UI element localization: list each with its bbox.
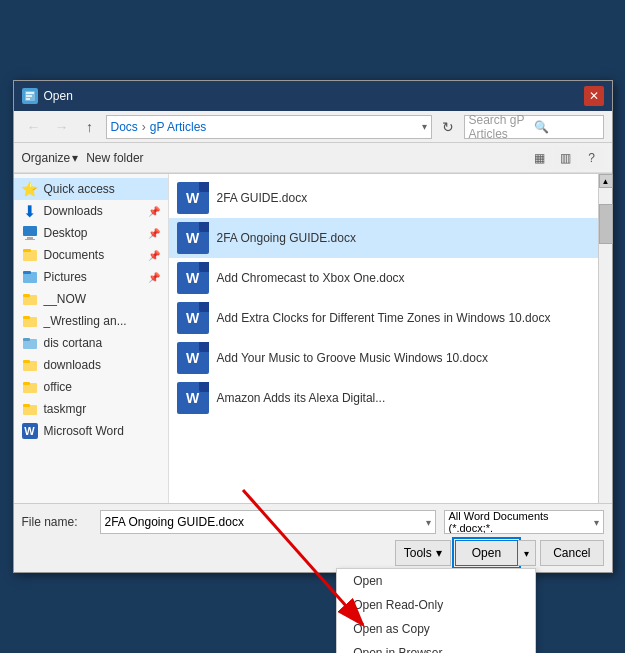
file-item[interactable]: W Add Chromecast to Xbox One.docx (169, 258, 598, 298)
sidebar-item-office[interactable]: office (14, 376, 168, 398)
sidebar-item-desktop[interactable]: Desktop 📌 (14, 222, 168, 244)
sidebar-item-now[interactable]: __NOW (14, 288, 168, 310)
file-name: Amazon Adds its Alexa Digital... (217, 391, 386, 405)
cancel-button[interactable]: Cancel (540, 540, 603, 566)
dialog-icon (22, 88, 38, 104)
file-name-value: 2FA Ongoing GUIDE.docx (105, 515, 244, 529)
menu-item-open[interactable]: Open (337, 569, 535, 593)
search-placeholder: Search gP Articles (469, 113, 534, 141)
pin-icon: 📌 (148, 228, 160, 239)
folder-icon (22, 313, 38, 329)
dialog-title: Open (44, 89, 73, 103)
word-doc-icon: W (177, 182, 209, 214)
filetype-dropdown-icon: ▾ (594, 517, 599, 528)
file-icon: W (177, 262, 209, 294)
forward-button[interactable]: → (50, 115, 74, 139)
menu-item-open-readonly[interactable]: Open Read-Only (337, 593, 535, 617)
file-item[interactable]: W Add Your Music to Groove Music Windows… (169, 338, 598, 378)
sidebar-item-label: _Wrestling an... (44, 314, 127, 328)
file-icon: W (177, 222, 209, 254)
folder-icon (22, 401, 38, 417)
view-button-1[interactable]: ▦ (528, 147, 552, 169)
svg-rect-6 (23, 249, 31, 252)
search-bar[interactable]: Search gP Articles 🔍 (464, 115, 604, 139)
file-icon: W (177, 302, 209, 334)
sidebar-item-label: Microsoft Word (44, 424, 124, 438)
sidebar-item-quick-access[interactable]: ⭐ Quick access (14, 178, 168, 200)
sidebar-item-taskmgr[interactable]: taskmgr (14, 398, 168, 420)
downloads-icon: ⬇ (22, 203, 38, 219)
svg-rect-3 (27, 237, 33, 239)
file-type-value: All Word Documents (*.docx;*. (449, 510, 594, 534)
word-doc-icon: W (177, 222, 209, 254)
organize-button[interactable]: Organize ▾ (22, 151, 79, 165)
help-button[interactable]: ? (580, 147, 604, 169)
bottom-bar: File name: 2FA Ongoing GUIDE.docx ▾ All … (14, 503, 612, 572)
breadcrumb-docs[interactable]: Docs (111, 120, 138, 134)
svg-rect-8 (23, 271, 31, 274)
file-type-select[interactable]: All Word Documents (*.docx;*. ▾ (444, 510, 604, 534)
sidebar-item-wrestling[interactable]: _Wrestling an... (14, 310, 168, 332)
folder-icon (22, 335, 38, 351)
sidebar-item-label: downloads (44, 358, 101, 372)
svg-rect-16 (23, 360, 30, 363)
up-button[interactable]: ↑ (78, 115, 102, 139)
sidebar-item-cortana[interactable]: dis cortana (14, 332, 168, 354)
word-icon: W (22, 423, 38, 439)
back-button[interactable]: ← (22, 115, 46, 139)
sidebar-item-label: office (44, 380, 72, 394)
folder-icon (22, 379, 38, 395)
title-bar: Open ✕ (14, 81, 612, 111)
sidebar-item-label: Desktop (44, 226, 88, 240)
sidebar-item-pictures[interactable]: Pictures 📌 (14, 266, 168, 288)
view-button-2[interactable]: ▥ (554, 147, 578, 169)
sidebar-item-label: Documents (44, 248, 105, 262)
close-button[interactable]: ✕ (584, 86, 604, 106)
menu-item-open-browser[interactable]: Open in Browser (337, 641, 535, 653)
sidebar-item-downloads[interactable]: ⬇ Downloads 📌 (14, 200, 168, 222)
scrollbar[interactable]: ▲ (598, 174, 612, 503)
sidebar-item-label: Downloads (44, 204, 103, 218)
breadcrumb-separator: › (142, 120, 146, 134)
sidebar-item-word[interactable]: W Microsoft Word (14, 420, 168, 442)
svg-rect-20 (23, 404, 30, 407)
quick-access-icon: ⭐ (22, 181, 38, 197)
open-button[interactable]: Open (455, 540, 518, 566)
sidebar-item-downloads2[interactable]: downloads (14, 354, 168, 376)
file-icon: W (177, 182, 209, 214)
desktop-icon (22, 225, 38, 241)
view-buttons: ▦ ▥ ? (528, 147, 604, 169)
file-item[interactable]: W 2FA Ongoing GUIDE.docx (169, 218, 598, 258)
refresh-button[interactable]: ↻ (436, 115, 460, 139)
file-name-label: File name: (22, 515, 92, 529)
file-name: Add Extra Clocks for Different Time Zone… (217, 311, 551, 325)
main-content: ⭐ Quick access ⬇ Downloads 📌 (14, 173, 612, 503)
filename-dropdown-icon[interactable]: ▾ (426, 517, 431, 528)
tools-button[interactable]: Tools ▾ (395, 540, 451, 566)
file-item[interactable]: W 2FA GUIDE.docx (169, 178, 598, 218)
file-name: 2FA GUIDE.docx (217, 191, 308, 205)
folder-icon (22, 357, 38, 373)
sidebar-item-label: taskmgr (44, 402, 87, 416)
file-name: 2FA Ongoing GUIDE.docx (217, 231, 356, 245)
file-name: Add Your Music to Groove Music Windows 1… (217, 351, 488, 365)
sidebar-item-label: __NOW (44, 292, 87, 306)
svg-rect-10 (23, 294, 30, 297)
file-name-row: File name: 2FA Ongoing GUIDE.docx ▾ All … (22, 510, 604, 534)
search-icon: 🔍 (534, 120, 599, 134)
word-doc-icon: W (177, 262, 209, 294)
svg-rect-4 (25, 239, 35, 240)
breadcrumb-articles[interactable]: gP Articles (150, 120, 206, 134)
sidebar-item-label: Pictures (44, 270, 87, 284)
file-item[interactable]: W Amazon Adds its Alexa Digital... (169, 378, 598, 418)
file-item[interactable]: W Add Extra Clocks for Different Time Zo… (169, 298, 598, 338)
breadcrumb-dropdown-icon[interactable]: ▾ (422, 121, 427, 132)
pin-icon: 📌 (148, 272, 160, 283)
svg-rect-18 (23, 382, 30, 385)
file-name-input[interactable]: 2FA Ongoing GUIDE.docx ▾ (100, 510, 436, 534)
sidebar-item-documents[interactable]: Documents 📌 (14, 244, 168, 266)
open-dropdown-button[interactable]: ▾ (518, 540, 536, 566)
menu-item-open-copy[interactable]: Open as Copy (337, 617, 535, 641)
action-bar: Organize ▾ New folder ▦ ▥ ? (14, 143, 612, 173)
new-folder-button[interactable]: New folder (86, 151, 143, 165)
